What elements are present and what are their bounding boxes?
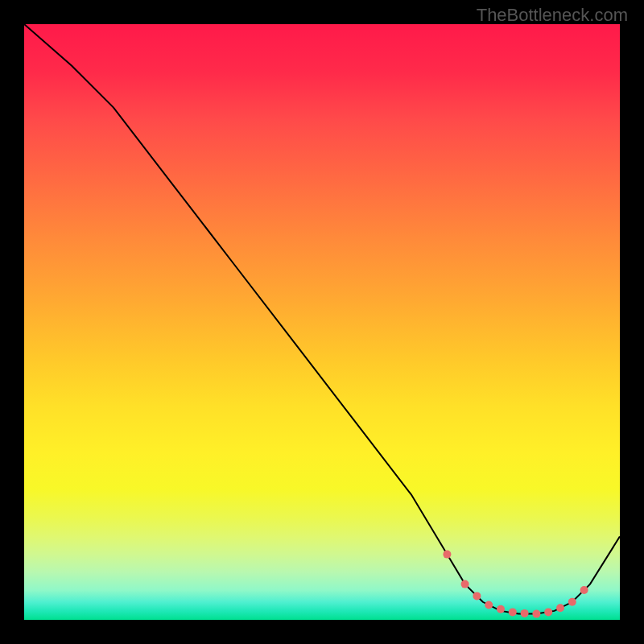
- marker-dot: [509, 608, 517, 616]
- chart-svg: [24, 24, 620, 620]
- marker-dot: [521, 609, 529, 617]
- marker-dot: [580, 586, 588, 594]
- marker-dot: [556, 604, 564, 612]
- marker-dot: [532, 610, 540, 618]
- watermark-text: TheBottleneck.com: [477, 5, 628, 26]
- marker-dot: [473, 592, 481, 600]
- marker-dot: [485, 601, 493, 609]
- marker-dot: [568, 598, 576, 606]
- marker-dot: [443, 551, 451, 559]
- marker-group: [443, 551, 588, 618]
- marker-dot: [544, 608, 552, 616]
- plot-area: [24, 24, 620, 620]
- curve-line: [24, 24, 620, 614]
- marker-dot: [461, 580, 469, 588]
- marker-dot: [497, 605, 505, 613]
